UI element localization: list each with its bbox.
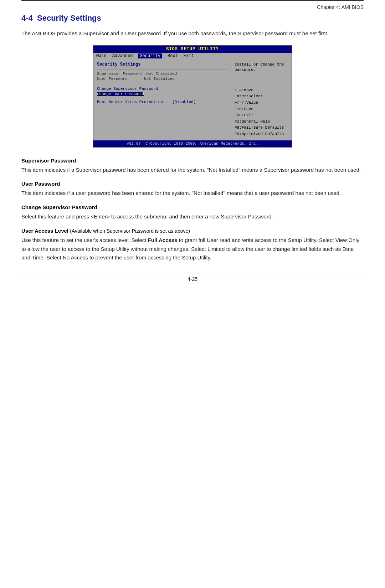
doc-user-body: This item indicates if a user password h… [21, 189, 364, 198]
bios-help-text: Install or Change the password. [235, 62, 288, 73]
page-number: 4-25 [21, 276, 364, 282]
doc-change-supervisor-title: Change Supervisor Password [21, 204, 364, 210]
bios-screenshot: BIOS SETUP UTILITY Main Advanced Securit… [93, 45, 292, 148]
key-move: ↑↓↔:Move [235, 87, 288, 94]
bold-full-access: Full Access [148, 237, 178, 243]
doc-supervisor-body: This item indicates if a Supervisor pass… [21, 166, 364, 175]
bios-supervisor-row: Supervisor Password :Not Installed [97, 72, 227, 76]
bios-titlebar: BIOS SETUP UTILITY [93, 46, 292, 53]
menu-security[interactable]: Security [138, 53, 162, 58]
doc-supervisor-title: Supervisor Password [21, 158, 364, 164]
bottom-rule [21, 273, 364, 273]
chapter-header: Chapter 4: AMI BIOS [21, 2, 364, 10]
bios-boot-sector[interactable]: Boot Sector Virus Protection [Disabled] [97, 100, 227, 104]
doc-user-access-note: (Available when Supervisor Password is s… [70, 228, 190, 234]
menu-exit[interactable]: Exit [184, 53, 194, 58]
bios-keys: ↑↓↔:Move Enter:Select +/-/:Value F10:Sav… [235, 87, 288, 138]
bios-user-row: User Password :Not Installed [97, 77, 227, 81]
doc-user-access-title-main: User Access Level [21, 228, 68, 234]
key-save: F10:Save [235, 106, 288, 113]
doc-change-supervisor: Change Supervisor Password Select this f… [21, 204, 364, 221]
menu-main[interactable]: Main [96, 53, 107, 58]
key-select: Enter:Select [235, 93, 288, 100]
top-rule [21, 0, 364, 1]
bios-body: Security Settings Supervisor Password :N… [93, 59, 292, 140]
key-help: F1:General Help [235, 119, 288, 125]
doc-user-access-title: User Access Level (Available when Superv… [21, 228, 364, 234]
bios-right-panel: Install or Change the password. ↑↓↔:Move… [231, 59, 292, 140]
doc-user-title: User Password [21, 181, 364, 187]
menu-boot[interactable]: Boot [168, 53, 178, 58]
doc-user-password: User Password This item indicates if a u… [21, 181, 364, 198]
bios-change-supervisor[interactable]: Change Supervisor Password [97, 87, 227, 91]
bios-left-panel: Security Settings Supervisor Password :N… [93, 59, 231, 140]
menu-advanced[interactable]: Advanced [112, 53, 133, 58]
section-title: 4-4 Security Settings [21, 14, 364, 23]
key-failsafe: F8:Fail-Safe Defaults [235, 125, 288, 131]
bios-change-user[interactable]: Change User Password [97, 92, 144, 96]
key-optimized: F9:Optimized Defaults [235, 131, 288, 138]
bios-footer: v02.67 (C)Copyright 1985-2009, American … [93, 140, 292, 147]
key-exit: ESC:Exit [235, 112, 288, 119]
bios-section-title: Security Settings [97, 62, 227, 67]
bios-menubar: Main Advanced Security Boot Exit [93, 53, 292, 59]
bios-divider [97, 69, 227, 69]
doc-user-access: User Access Level (Available when Superv… [21, 228, 364, 262]
doc-change-supervisor-body: Select this feature and press <Enter> to… [21, 212, 364, 221]
key-value: +/-/:Value [235, 100, 288, 106]
intro-text: The AMI BIOS provides a Supervisor and a… [21, 29, 364, 38]
doc-user-access-body: Use this feature to set the user's acces… [21, 236, 364, 262]
doc-supervisor-password: Supervisor Password This item indicates … [21, 158, 364, 175]
